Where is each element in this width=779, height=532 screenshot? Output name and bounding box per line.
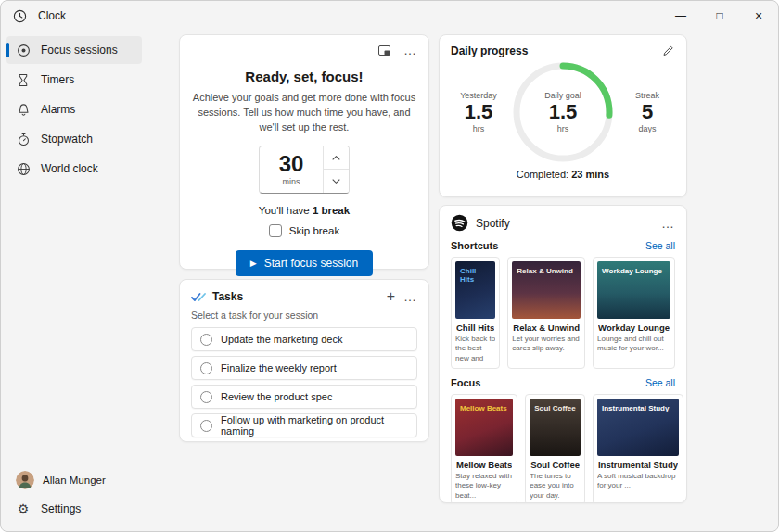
increase-duration-button[interactable] bbox=[323, 146, 349, 170]
album-art: Workday Lounge bbox=[597, 261, 670, 319]
decrease-duration-button[interactable] bbox=[323, 169, 349, 193]
sidebar-item-settings[interactable]: ⚙ Settings bbox=[6, 495, 142, 523]
close-button[interactable]: × bbox=[739, 1, 778, 31]
playlist-description: The tunes to ease you into your day. bbox=[530, 472, 581, 500]
spotify-title: Spotify bbox=[476, 217, 510, 230]
task-item[interactable]: Review the product spec bbox=[191, 385, 417, 409]
playlist-title: Soul Coffee bbox=[530, 460, 580, 470]
focus-session-card: … Ready, set, focus! Achieve your goals … bbox=[179, 34, 429, 270]
sidebar-item-label: Timers bbox=[41, 73, 74, 86]
playlist-card-soul-coffee[interactable]: Soul Coffee Soul Coffee The tunes to eas… bbox=[525, 394, 585, 503]
playlist-description: Lounge and chill out music for your wor.… bbox=[597, 335, 670, 354]
playlist-card-mellow-beats[interactable]: Mellow Beats Mellow Beats Stay relaxed w… bbox=[451, 394, 517, 503]
playlist-description: Stay relaxed with these low-key beat... bbox=[455, 472, 513, 500]
shortcuts-see-all-link[interactable]: See all bbox=[645, 240, 675, 251]
sidebar-item-label: Stopwatch bbox=[41, 133, 93, 146]
play-icon: ▶ bbox=[250, 259, 257, 268]
task-radio[interactable] bbox=[200, 334, 212, 346]
skip-break-option[interactable]: Skip break bbox=[191, 224, 417, 237]
sidebar-item-label: World clock bbox=[41, 162, 98, 175]
task-item[interactable]: Finalize the weekly report bbox=[191, 356, 417, 380]
duration-unit: mins bbox=[282, 177, 300, 186]
task-radio[interactable] bbox=[200, 420, 212, 432]
sidebar-item-label: Settings bbox=[41, 502, 81, 515]
avatar bbox=[16, 471, 34, 489]
sidebar-item-alarms[interactable]: Alarms bbox=[6, 95, 142, 123]
playlist-title: Workday Lounge bbox=[598, 323, 670, 333]
clock-app-window: Clock — □ × Focus sessions Timers bbox=[0, 0, 779, 532]
focus-grid: Mellow Beats Mellow Beats Stay relaxed w… bbox=[451, 394, 675, 503]
playlist-title: Relax & Unwind bbox=[513, 323, 580, 333]
break-info: You'll have 1 break bbox=[191, 205, 417, 216]
start-button-label: Start focus session bbox=[264, 257, 358, 270]
sidebar: Focus sessions Timers Alarms Stopwatch bbox=[1, 31, 147, 531]
sidebar-item-label: Focus sessions bbox=[41, 44, 118, 57]
playlist-card-relax-unwind[interactable]: Relax & Unwind Relax & Unwind Let your w… bbox=[507, 257, 585, 369]
timers-icon bbox=[16, 73, 31, 87]
playlist-description: Let your worries and cares slip away. bbox=[512, 335, 581, 354]
focus-subtitle: Achieve your goals and get more done wit… bbox=[191, 91, 417, 135]
focus-label: Focus bbox=[451, 377, 480, 388]
settings-gear-icon: ⚙ bbox=[16, 501, 31, 516]
spotify-icon bbox=[451, 214, 468, 232]
tasks-title: Tasks bbox=[212, 290, 243, 303]
streak-stat: Streak 5 days bbox=[621, 91, 673, 133]
more-options-icon[interactable]: … bbox=[402, 43, 417, 57]
yesterday-stat: Yesterday 1.5 hrs bbox=[453, 91, 504, 133]
user-name: Allan Munger bbox=[43, 475, 106, 486]
playlist-card-instrumental-study[interactable]: Instrumental Study Instrumental Study A … bbox=[593, 394, 683, 503]
focus-sessions-icon bbox=[16, 44, 31, 57]
focus-title: Ready, set, focus! bbox=[191, 69, 417, 84]
duration-spinner[interactable]: 30 mins bbox=[259, 146, 350, 194]
album-art: Relax & Unwind bbox=[512, 261, 581, 319]
playlist-card-workday-lounge[interactable]: Workday Lounge Workday Lounge Lounge and… bbox=[593, 257, 675, 369]
playlist-title: Instrumental Study bbox=[598, 460, 678, 470]
spotify-more-icon[interactable]: … bbox=[660, 216, 675, 231]
focus-see-all-link[interactable]: See all bbox=[645, 377, 675, 388]
playlist-card-chill-hits[interactable]: Chill Hits Chill Hits Kick back to the b… bbox=[451, 257, 500, 369]
skip-break-label: Skip break bbox=[289, 225, 339, 236]
mini-view-icon[interactable] bbox=[377, 44, 391, 57]
add-task-button[interactable]: + bbox=[386, 288, 396, 305]
playlist-title: Mellow Beats bbox=[456, 460, 512, 470]
maximize-button[interactable]: □ bbox=[700, 1, 739, 31]
chevron-down-icon bbox=[332, 179, 340, 184]
task-label: Update the marketing deck bbox=[221, 334, 342, 345]
task-radio[interactable] bbox=[200, 362, 212, 374]
main-content: … Ready, set, focus! Achieve your goals … bbox=[147, 31, 778, 531]
edit-pencil-icon[interactable] bbox=[661, 44, 675, 57]
tasks-more-icon[interactable]: … bbox=[402, 289, 417, 304]
tasks-card: Tasks + … Select a task for your session… bbox=[179, 279, 429, 442]
sidebar-item-timers[interactable]: Timers bbox=[6, 66, 142, 94]
skip-break-checkbox[interactable] bbox=[269, 224, 282, 237]
task-label: Review the product spec bbox=[221, 391, 332, 402]
world-clock-icon bbox=[16, 162, 31, 176]
album-art: Mellow Beats bbox=[455, 399, 513, 456]
daily-progress-card: Daily progress Yesterday 1.5 hrs bbox=[439, 34, 687, 197]
chevron-up-icon bbox=[332, 156, 340, 160]
task-item[interactable]: Follow up with marketing on product nami… bbox=[191, 413, 417, 437]
sidebar-item-world-clock[interactable]: World clock bbox=[6, 155, 142, 183]
task-item[interactable]: Update the marketing deck bbox=[191, 327, 417, 351]
window-title: Clock bbox=[38, 9, 66, 22]
sidebar-item-focus-sessions[interactable]: Focus sessions bbox=[6, 36, 142, 64]
start-focus-session-button[interactable]: ▶ Start focus session bbox=[236, 250, 373, 276]
stopwatch-icon bbox=[16, 133, 31, 146]
progress-ring: Daily goal 1.5 hrs bbox=[511, 60, 615, 164]
selected-indicator bbox=[6, 43, 9, 57]
tasks-subtitle: Select a task for your session bbox=[191, 310, 417, 321]
sidebar-item-label: Alarms bbox=[41, 103, 75, 116]
window-controls: — □ × bbox=[661, 1, 778, 31]
task-radio[interactable] bbox=[200, 391, 212, 403]
daily-progress-title: Daily progress bbox=[451, 44, 528, 57]
spotify-card: Spotify … Shortcuts See all Chill Hits bbox=[439, 205, 687, 503]
clock-app-icon bbox=[13, 9, 27, 23]
sidebar-item-stopwatch[interactable]: Stopwatch bbox=[6, 125, 142, 153]
album-art: Instrumental Study bbox=[597, 399, 679, 456]
titlebar: Clock — □ × bbox=[1, 1, 778, 31]
duration-value: 30 bbox=[279, 153, 304, 175]
user-profile[interactable]: Allan Munger bbox=[6, 466, 142, 494]
alarms-icon bbox=[16, 103, 31, 117]
shortcuts-grid: Chill Hits Chill Hits Kick back to the b… bbox=[451, 257, 675, 369]
minimize-button[interactable]: — bbox=[661, 1, 700, 31]
